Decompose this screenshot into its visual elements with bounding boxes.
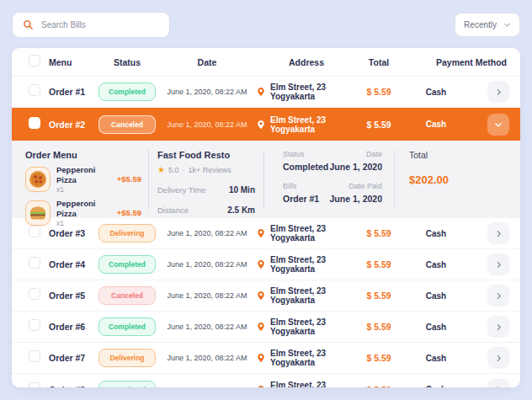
search-input[interactable]: [41, 20, 159, 29]
order-address: Elm Street, 23 Yogyakarta: [256, 381, 357, 388]
table-row[interactable]: Order #6CompletedJune 1, 2020, 08:22 AME…: [12, 312, 520, 343]
row-checkbox[interactable]: [29, 288, 40, 300]
star-icon: ★: [157, 165, 165, 174]
expand-row-button[interactable]: [487, 222, 509, 244]
order-address: Elm Street, 23 Yogyakarta: [256, 286, 357, 305]
expand-row-button[interactable]: [487, 253, 509, 275]
row-checkbox[interactable]: [29, 382, 40, 388]
order-label: Order #4: [45, 259, 96, 269]
column-header-total: Total: [357, 57, 401, 67]
order-label: Order #8: [45, 385, 96, 388]
sort-dropdown[interactable]: Recently: [455, 13, 520, 37]
order-menu-title: Order Menu: [25, 150, 141, 160]
location-pin-icon: [256, 353, 266, 363]
restaurant-name: Fast Food Resto: [157, 150, 255, 160]
payment-method: Cash: [401, 260, 471, 269]
order-date: June 1, 2020, 08:22 AM: [158, 88, 256, 96]
location-pin-icon: [256, 87, 266, 97]
search-icon: [23, 19, 34, 30]
distance-row: Distance 2.5 Km: [157, 205, 255, 215]
row-checkbox[interactable]: [29, 257, 40, 269]
order-menu-item: Pepperoni Pizzax1+$5.59: [25, 165, 141, 194]
order-total: $ 5.59: [357, 87, 401, 97]
column-header-payment-method: Payment Method: [401, 57, 520, 67]
table-row[interactable]: Order #7DeliveringJune 1, 2020, 08:22 AM…: [12, 343, 520, 374]
table-row[interactable]: Order #1CompletedJune 1, 2020, 08:22 AME…: [12, 77, 520, 108]
order-date: June 1, 2020, 08:22 AM: [158, 291, 256, 300]
expand-row-button[interactable]: [487, 81, 509, 103]
expand-row-button[interactable]: [487, 316, 509, 338]
delivery-time-row: Delivery Time 10 Min: [157, 185, 255, 195]
row-checkbox[interactable]: [29, 319, 40, 331]
address-text: Elm Street, 23 Yogyakarta: [270, 286, 357, 305]
column-header-status: Status: [96, 57, 158, 67]
address-text: Elm Street, 23 Yogyakarta: [270, 317, 357, 336]
delivery-time-value: 10 Min: [229, 185, 255, 195]
chevron-right-icon: [495, 230, 503, 237]
distance-label: Distance: [157, 205, 189, 215]
location-pin-icon: [256, 385, 266, 388]
table-header-row: Menu Status Date Address Total Payment M…: [12, 48, 520, 77]
summary-status: Status Completed: [283, 150, 328, 172]
rating-separator: ·: [182, 166, 184, 174]
menu-item-price: +$5.59: [117, 174, 141, 184]
order-total: $ 5.59: [357, 353, 401, 363]
collapse-row-button[interactable]: [487, 114, 509, 136]
status-badge: Completed: [98, 83, 156, 101]
order-label: Order #2: [45, 120, 96, 130]
payment-method: Cash: [401, 354, 471, 363]
chevron-right-icon: [495, 261, 503, 269]
order-menu-section: Order Menu Pepperoni Pizzax1+$5.59Pepper…: [25, 150, 149, 210]
order-date: June 1, 2020, 08:22 AM: [158, 354, 256, 362]
row-checkbox[interactable]: [29, 350, 40, 362]
column-header-date: Date: [158, 57, 256, 67]
order-label: Order #6: [45, 322, 96, 332]
distance-value: 2.5 Km: [227, 205, 255, 215]
order-address: Elm Street, 23 Yogyakarta: [256, 224, 357, 243]
order-total: $ 5.59: [357, 385, 401, 388]
order-date: June 1, 2020, 08:22 AM: [158, 229, 256, 237]
order-label: Order #1: [45, 87, 96, 97]
location-pin-icon: [256, 120, 266, 130]
summary-date-paid: Date Paid June 1, 2020: [330, 182, 382, 204]
order-total-section: Total $202.00: [395, 150, 507, 210]
search-box[interactable]: [12, 12, 170, 38]
payment-method: Cash: [401, 291, 471, 301]
expand-row-button[interactable]: [487, 347, 509, 369]
order-address: Elm Street, 23 Yogyakarta: [256, 83, 357, 101]
table-row[interactable]: Order #2CanceledJune 1, 2020, 08:22 AMEl…: [12, 108, 520, 141]
restaurant-section: Fast Food Resto ★ 5.0 · 1k+ Reviews Deli…: [149, 150, 264, 210]
payment-method: Cash: [401, 323, 471, 332]
status-badge: Delivering: [98, 224, 156, 243]
table-row[interactable]: Order #8CompletedJune 1, 2020, 08:22 AME…: [12, 374, 520, 387]
order-address: Elm Street, 23 Yogyakarta: [256, 255, 357, 274]
column-header-menu: Menu: [45, 57, 96, 67]
row-checkbox[interactable]: [29, 117, 40, 129]
status-badge: Completed: [98, 381, 156, 388]
row-checkbox[interactable]: [29, 84, 40, 96]
chevron-right-icon: [495, 323, 503, 331]
chevron-right-icon: [495, 88, 503, 96]
order-summary-section: Status Completed Date June 1, 2020 Bills…: [264, 150, 395, 210]
table-row[interactable]: Order #5CanceledJune 1, 2020, 08:22 AMEl…: [12, 280, 520, 312]
status-badge: Canceled: [98, 286, 156, 305]
order-address: Elm Street, 23 Yogyakarta: [256, 115, 357, 134]
reviews-count: 1k+ Reviews: [188, 166, 231, 174]
order-total: $ 5.59: [357, 322, 401, 332]
select-all-checkbox[interactable]: [29, 55, 40, 67]
total-label: Total: [409, 150, 507, 160]
sort-dropdown-value: Recently: [464, 20, 497, 29]
expand-row-button[interactable]: [487, 285, 509, 307]
order-label: Order #5: [45, 291, 96, 301]
chevron-right-icon: [495, 386, 503, 387]
restaurant-rating: ★ 5.0 · 1k+ Reviews: [157, 165, 255, 174]
delivery-time-label: Delivery Time: [157, 185, 206, 195]
summary-date: Date June 1, 2020: [330, 150, 382, 172]
order-detail-panel: Order Menu Pepperoni Pizzax1+$5.59Pepper…: [12, 141, 520, 218]
pizza-icon: [25, 167, 51, 192]
address-text: Elm Street, 23 Yogyakarta: [270, 115, 357, 134]
expand-row-button[interactable]: [487, 379, 509, 388]
row-checkbox[interactable]: [29, 226, 40, 237]
table-row[interactable]: Order #4CompletedJune 1, 2020, 08:22 AME…: [12, 249, 520, 280]
address-text: Elm Street, 23 Yogyakarta: [270, 83, 357, 101]
